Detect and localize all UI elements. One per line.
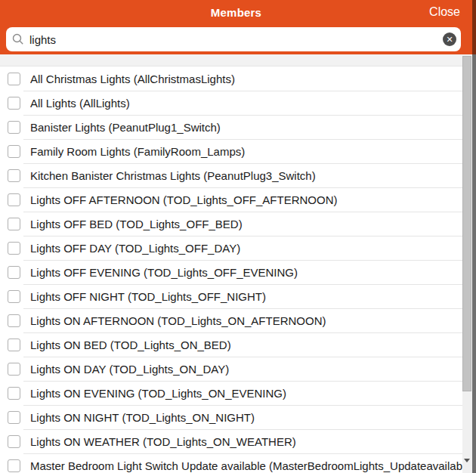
item-checkbox[interactable] <box>8 169 20 182</box>
navbar: Members Close ✕ <box>0 0 472 54</box>
item-checkbox[interactable] <box>8 193 20 206</box>
item-checkbox[interactable] <box>8 121 20 134</box>
item-checkbox[interactable] <box>8 290 20 303</box>
backdrop-edge-header <box>472 0 476 54</box>
members-dialog: Members Close ✕ All Christmas Lights (Al… <box>0 0 476 473</box>
list-item-label: Lights ON WEATHER (TOD_Lights_ON_WEATHER… <box>30 435 462 448</box>
list-item-label: Lights ON NIGHT (TOD_Lights_ON_NIGHT) <box>30 411 462 424</box>
list-item-label: Family Room Lights (FamilyRoom_Lamps) <box>30 145 462 158</box>
list-area: All Christmas Lights (AllChristmasLights… <box>0 54 462 473</box>
list-item[interactable]: Lights OFF BED (TOD_Lights_OFF_BED) <box>0 212 462 236</box>
item-checkbox[interactable] <box>8 314 20 327</box>
scrollbar-thumb[interactable] <box>462 56 471 391</box>
list-item[interactable]: All Lights (AllLights) <box>0 91 462 115</box>
members-list: All Christmas Lights (AllChristmasLights… <box>0 66 462 473</box>
backdrop-edge-body <box>472 54 476 473</box>
backdrop-edge <box>472 0 476 473</box>
chevron-down-icon[interactable] <box>464 459 470 462</box>
list-item-label: Lights ON AFTERNOON (TOD_Lights_ON_AFTER… <box>30 314 462 327</box>
list-item[interactable]: All Christmas Lights (AllChristmasLights… <box>0 66 462 91</box>
item-checkbox[interactable] <box>8 266 20 279</box>
list-item[interactable]: Master Bedroom Light Switch Update avail… <box>0 453 462 473</box>
list-item[interactable]: Kitchen Banister Christmas Lights (Peanu… <box>0 163 462 187</box>
clear-search-icon[interactable]: ✕ <box>443 32 456 46</box>
item-checkbox[interactable] <box>8 218 20 230</box>
item-checkbox[interactable] <box>8 411 20 424</box>
close-button[interactable]: Close <box>429 5 460 19</box>
item-checkbox[interactable] <box>8 73 20 85</box>
list-item-label: Banister Lights (PeanutPlug1_Switch) <box>30 121 462 134</box>
search-icon <box>12 33 24 45</box>
search-field[interactable]: ✕ <box>6 27 461 51</box>
list-item[interactable]: Lights OFF EVENING (TOD_Lights_OFF_EVENI… <box>0 260 462 284</box>
list-item-label: Master Bedroom Light Switch Update avail… <box>30 459 462 472</box>
list-item-label: Kitchen Banister Christmas Lights (Peanu… <box>30 169 462 182</box>
item-checkbox[interactable] <box>8 387 20 400</box>
item-checkbox[interactable] <box>8 145 20 158</box>
item-checkbox[interactable] <box>8 242 20 255</box>
list-item[interactable]: Lights ON AFTERNOON (TOD_Lights_ON_AFTER… <box>0 308 462 332</box>
list-item-label: Lights OFF EVENING (TOD_Lights_OFF_EVENI… <box>30 266 462 279</box>
list-item[interactable]: Lights ON DAY (TOD_Lights_ON_DAY) <box>0 357 462 381</box>
search-input[interactable] <box>29 33 438 46</box>
item-checkbox[interactable] <box>8 339 20 351</box>
list-item-label: Lights ON DAY (TOD_Lights_ON_DAY) <box>30 363 462 376</box>
list-item-label: All Lights (AllLights) <box>30 97 462 110</box>
navbar-top: Members Close <box>0 0 472 26</box>
list-item-label: Lights OFF BED (TOD_Lights_OFF_BED) <box>30 218 462 230</box>
list-item[interactable]: Lights OFF DAY (TOD_Lights_OFF_DAY) <box>0 236 462 260</box>
page-title: Members <box>0 6 472 19</box>
item-checkbox[interactable] <box>8 363 20 376</box>
list-item[interactable]: Lights ON BED (TOD_Lights_ON_BED) <box>0 332 462 357</box>
list-item-label: Lights OFF NIGHT (TOD_Lights_OFF_NIGHT) <box>30 290 462 303</box>
list-item-label: Lights ON BED (TOD_Lights_ON_BED) <box>30 339 462 351</box>
list-item[interactable]: Lights ON WEATHER (TOD_Lights_ON_WEATHER… <box>0 429 462 453</box>
list-item-label: Lights OFF AFTERNOON (TOD_Lights_OFF_AFT… <box>30 193 462 206</box>
item-checkbox[interactable] <box>8 459 20 472</box>
list-item[interactable]: Lights OFF NIGHT (TOD_Lights_OFF_NIGHT) <box>0 284 462 308</box>
scrollbar[interactable] <box>462 54 472 473</box>
list-item[interactable]: Lights ON NIGHT (TOD_Lights_ON_NIGHT) <box>0 405 462 429</box>
list-item[interactable]: Family Room Lights (FamilyRoom_Lamps) <box>0 139 462 163</box>
item-checkbox[interactable] <box>8 97 20 110</box>
list-item[interactable]: Lights ON EVENING (TOD_Lights_ON_EVENING… <box>0 381 462 405</box>
item-checkbox[interactable] <box>8 435 20 448</box>
list-item[interactable]: Lights OFF AFTERNOON (TOD_Lights_OFF_AFT… <box>0 187 462 212</box>
list-item[interactable]: Banister Lights (PeanutPlug1_Switch) <box>0 115 462 139</box>
list-item-label: Lights ON EVENING (TOD_Lights_ON_EVENING… <box>30 387 462 400</box>
list-item-label: Lights OFF DAY (TOD_Lights_OFF_DAY) <box>30 242 462 255</box>
searchbar: ✕ <box>6 27 461 51</box>
list-item-label: All Christmas Lights (AllChristmasLights… <box>30 73 462 85</box>
